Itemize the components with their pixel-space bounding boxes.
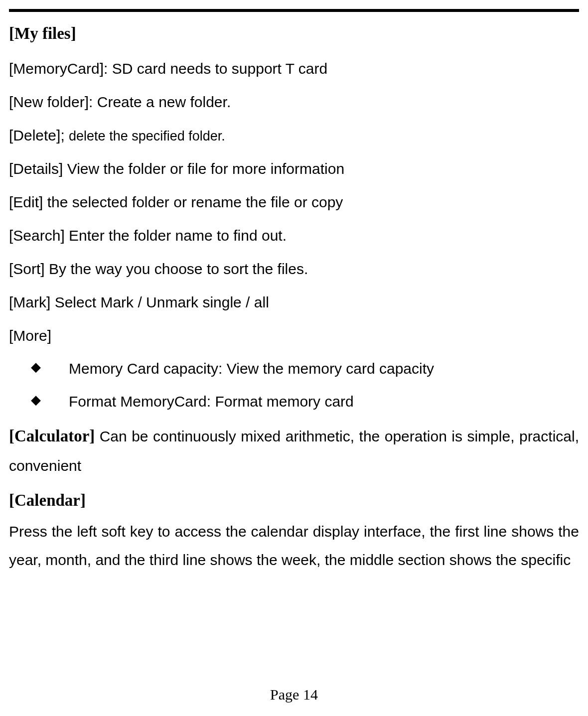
bullet-item-memory-capacity: ◆ Memory Card capacity: View the memory … <box>9 354 579 384</box>
heading-my-files: [My files] <box>9 18 579 49</box>
item-more: [More] <box>9 321 579 350</box>
body-calendar: Press the left soft key to access the ca… <box>9 517 579 574</box>
label-mark: [Mark] <box>9 294 55 310</box>
page-content: [My files] [MemoryCard]: SD card needs t… <box>9 18 579 574</box>
desc-edit: the selected folder or rename the file o… <box>47 194 343 210</box>
desc-newfolder: Create a new folder. <box>97 94 231 110</box>
item-sort: [Sort] By the way you choose to sort the… <box>9 255 579 283</box>
desc-memorycard: SD card needs to support T card <box>112 60 327 77</box>
label-delete: [Delete]; <box>9 127 69 143</box>
desc-details: View the folder or file for more informa… <box>67 160 344 177</box>
section-calculator: [Calculator] Can be continuously mixed a… <box>9 421 579 480</box>
desc-delete: delete the specified folder. <box>69 129 225 143</box>
bullet-text-memory-capacity: Memory Card capacity: View the memory ca… <box>69 354 579 384</box>
item-edit: [Edit] the selected folder or rename the… <box>9 188 579 216</box>
label-details: [Details] <box>9 160 67 177</box>
label-newfolder: [New folder]: <box>9 94 97 110</box>
desc-mark: Select Mark / Unmark single / all <box>55 294 269 310</box>
bullet-text-format: Format MemoryCard: Format memory card <box>69 387 579 417</box>
label-sort: [Sort] <box>9 261 49 277</box>
desc-search: Enter the folder name to find out. <box>69 227 287 244</box>
label-edit: [Edit] <box>9 194 47 210</box>
heading-calendar: [Calendar] <box>9 485 579 516</box>
diamond-bullet-icon: ◆ <box>9 354 69 379</box>
diamond-bullet-icon: ◆ <box>9 387 69 412</box>
label-search: [Search] <box>9 227 69 244</box>
label-memorycard: [MemoryCard]: <box>9 60 112 77</box>
heading-calculator: [Calculator] <box>9 427 100 445</box>
item-mark: [Mark] Select Mark / Unmark single / all <box>9 288 579 316</box>
item-memorycard: [MemoryCard]: SD card needs to support T… <box>9 54 579 83</box>
item-delete: [Delete]; delete the specified folder. <box>9 121 579 149</box>
item-search: [Search] Enter the folder name to find o… <box>9 221 579 250</box>
bullet-item-format: ◆ Format MemoryCard: Format memory card <box>9 387 579 417</box>
top-double-rule <box>9 9 579 12</box>
item-newfolder: [New folder]: Create a new folder. <box>9 88 579 116</box>
page-number: Page 14 <box>0 686 588 703</box>
item-details: [Details] View the folder or file for mo… <box>9 154 579 183</box>
label-more: [More] <box>9 327 51 344</box>
desc-sort: By the way you choose to sort the files. <box>49 261 308 277</box>
more-bullet-list: ◆ Memory Card capacity: View the memory … <box>9 354 579 417</box>
